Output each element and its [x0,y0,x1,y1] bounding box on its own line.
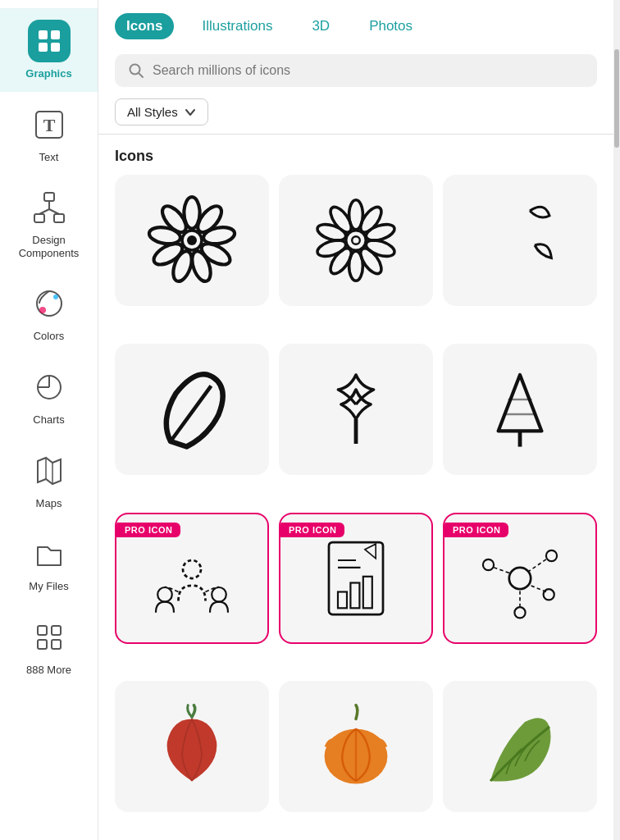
svg-marker-51 [499,375,542,431]
svg-line-68 [494,567,509,573]
pro-badge-3: PRO ICON [444,523,508,537]
sidebar-item-text[interactable]: T Text [0,92,98,176]
icon-card-green-leaf[interactable] [443,681,597,812]
svg-rect-2 [39,43,48,52]
text-icon-box: T [28,103,71,146]
svg-line-24 [139,73,143,77]
sidebar-colors-label: Colors [34,330,65,343]
svg-rect-22 [52,640,61,649]
search-bar[interactable] [115,54,597,87]
tabs-row: Icons Illustrations 3D Photos [98,0,613,48]
svg-rect-7 [34,214,44,222]
icon-card-flower2[interactable] [279,175,433,306]
svg-rect-20 [52,626,61,635]
svg-point-35 [187,235,197,245]
sidebar-item-more[interactable]: 888 More [0,605,98,688]
svg-line-10 [39,209,49,214]
icon-card-pro-report[interactable]: PRO ICON [279,513,433,644]
svg-rect-57 [329,542,383,614]
sidebar-item-design-components[interactable]: Design Components [0,175,98,271]
section-label: Icons [115,148,597,165]
icon-card-olive-feather[interactable] [115,344,269,475]
svg-rect-21 [38,640,47,649]
charts-icon-box [28,366,71,409]
all-styles-button[interactable]: All Styles [115,98,208,126]
svg-rect-61 [350,582,359,608]
svg-rect-19 [38,626,47,635]
tab-3d[interactable]: 3D [300,13,341,39]
svg-point-47 [352,236,360,244]
design-components-icon-box [28,186,71,229]
pro-badge-1: PRO ICON [116,523,180,537]
sidebar-item-my-files[interactable]: My Files [0,521,98,605]
tab-photos[interactable]: Photos [358,13,424,39]
pro-badge-2: PRO ICON [280,523,344,537]
filter-label: All Styles [127,105,178,119]
sidebar-maps-label: Maps [36,497,62,510]
section-divider [98,134,613,135]
maps-icon-box [28,450,71,492]
svg-point-67 [514,607,525,618]
icon-card-pro-network[interactable]: PRO ICON [443,513,597,644]
sidebar-charts-label: Charts [33,413,64,427]
sidebar-item-graphics[interactable]: Graphics [0,8,98,92]
icon-card-tree-sketch1[interactable] [279,344,433,475]
svg-line-70 [531,585,546,591]
svg-rect-6 [44,193,54,201]
svg-line-11 [49,209,59,214]
icon-card-pro-team[interactable]: PRO ICON [115,513,269,644]
svg-point-54 [183,560,201,578]
svg-point-56 [212,587,226,602]
svg-rect-0 [39,30,48,39]
my-files-icon-box [28,532,71,575]
svg-line-69 [529,559,546,570]
icon-card-orange-pumpkin[interactable] [279,681,433,812]
icon-card-flower1[interactable] [115,175,269,306]
svg-point-14 [53,294,58,299]
svg-rect-60 [338,591,347,608]
svg-point-46 [346,231,366,250]
sidebar: Graphics T Text Design Components [0,0,98,840]
svg-rect-8 [54,214,64,222]
sidebar-design-label: Design Components [7,234,91,259]
icon-card-red-pepper[interactable] [115,681,269,812]
svg-point-13 [39,307,46,313]
svg-point-63 [509,567,531,588]
graphics-icon-box [28,20,71,62]
tab-illustrations[interactable]: Illustrations [190,13,284,39]
svg-point-65 [546,550,557,560]
colors-icon-box [28,282,71,325]
icon-grid: PRO ICON PRO ICON [98,175,613,840]
svg-rect-3 [51,43,60,52]
sidebar-text-label: Text [39,151,59,164]
svg-text:T: T [43,115,55,135]
tab-icons[interactable]: Icons [115,13,174,39]
search-icon [128,62,144,79]
more-icon-box [28,616,71,659]
search-input[interactable] [153,63,584,78]
svg-point-32 [148,225,181,246]
chevron-down-icon [185,107,196,118]
main-panel: Icons Illustrations 3D Photos All Styles… [98,0,613,840]
icon-card-pine-tree[interactable] [443,344,597,475]
sidebar-graphics-label: Graphics [25,67,71,80]
sidebar-item-maps[interactable]: Maps [0,438,98,522]
icon-card-small-leaves[interactable] [443,175,597,306]
svg-point-30 [170,249,195,284]
scrollbar-thumb[interactable] [614,49,619,148]
svg-point-55 [157,587,172,602]
svg-point-64 [483,559,494,569]
filter-row: All Styles [115,98,597,126]
svg-rect-62 [363,576,372,608]
sidebar-item-colors[interactable]: Colors [0,271,98,354]
scrollbar-track[interactable] [613,0,620,840]
sidebar-item-charts[interactable]: Charts [0,354,98,438]
sidebar-more-label: 888 More [26,664,71,677]
svg-rect-1 [51,30,60,39]
sidebar-myfiles-label: My Files [29,580,68,593]
